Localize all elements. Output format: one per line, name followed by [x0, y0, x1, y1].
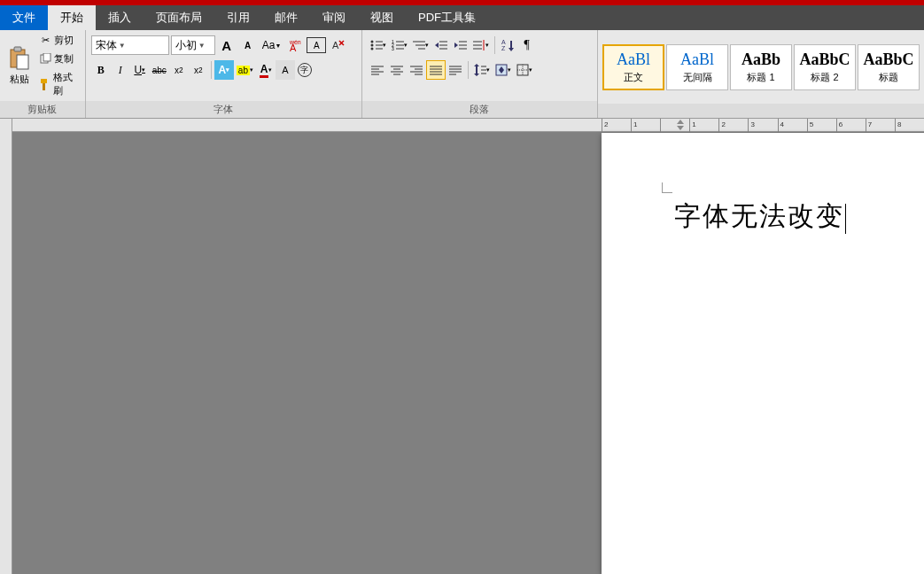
text-effects-button[interactable]: A▾ [214, 60, 234, 80]
sort-button[interactable]: AZ [498, 35, 517, 55]
line-spacing-button[interactable]: ▾ [471, 60, 493, 80]
ruler-tick: 6 [836, 119, 866, 132]
font-color-button[interactable]: A▾ [256, 60, 276, 80]
distribute-button[interactable] [446, 60, 465, 80]
page[interactable]: 字体无法改变 [602, 133, 924, 574]
shrink-font-button[interactable]: A [238, 35, 258, 55]
bold-button[interactable]: B [91, 60, 111, 80]
font-name-value: 宋体 [96, 38, 117, 53]
workspace: 2112345678 字体无法改变 [0, 119, 924, 574]
decrease-indent-button[interactable] [431, 35, 451, 55]
format-painter-button[interactable]: 格式刷 [37, 70, 80, 98]
multilevel-list-button[interactable]: ▾ [410, 35, 431, 55]
group-styles: AaBl正文AaBl无间隔AaBb标题 1AaBbC标题 2AaBbC标题 [598, 30, 924, 118]
enclose-label: 字 [298, 63, 312, 77]
tab-file[interactable]: 文件 [0, 5, 48, 30]
bullets-button[interactable]: ▾ [368, 35, 389, 55]
increase-indent-button[interactable] [451, 35, 470, 55]
style-标题1[interactable]: AaBb标题 1 [730, 44, 792, 90]
align-right-button[interactable] [407, 60, 426, 80]
phonetic-guide-button[interactable]: wénA [285, 35, 305, 55]
separator [211, 61, 212, 79]
tab-layout[interactable]: 页面布局 [144, 5, 214, 30]
italic-button[interactable]: I [111, 60, 130, 80]
style-标题2[interactable]: AaBbC标题 2 [794, 44, 856, 90]
indent-marker[interactable] [677, 119, 684, 131]
document-text[interactable]: 字体无法改变 [674, 198, 846, 235]
paste-button[interactable]: 粘贴 [4, 44, 35, 88]
tab-view[interactable]: 视图 [358, 5, 406, 30]
strikethrough-button[interactable]: abc [150, 60, 169, 80]
svg-point-10 [370, 41, 373, 43]
underline-button[interactable]: U▾ [130, 60, 150, 80]
svg-marker-25 [435, 43, 439, 48]
asian-layout-button[interactable]: ▾ [470, 35, 492, 55]
group-clipboard: 粘贴 ✂ 剪切 复制 格式刷 [0, 30, 86, 118]
text-effect-label: A [219, 64, 227, 76]
ruler-tick: 4 [778, 119, 807, 132]
font-name-dropdown[interactable]: 宋体▼ [91, 35, 169, 55]
change-case-button[interactable]: Aa▼ [260, 35, 284, 55]
enclose-char-button[interactable]: 字 [295, 60, 314, 80]
svg-rect-6 [43, 83, 45, 90]
style-preview: AaBl [680, 50, 714, 69]
svg-marker-60 [474, 64, 479, 76]
document-canvas[interactable]: 2112345678 字体无法改变 [12, 119, 924, 574]
tab-home[interactable]: 开始 [48, 5, 96, 30]
ruler-tick: 1 [631, 119, 660, 132]
style-label: 正文 [624, 71, 643, 84]
subscript-button[interactable]: x2 [169, 60, 189, 80]
ruler-tick: 5 [807, 119, 836, 132]
ruler-tick: 8 [895, 119, 924, 132]
svg-marker-29 [454, 43, 458, 48]
font-size-value: 小初 [175, 38, 197, 53]
ruler-tick: 7 [866, 119, 895, 132]
paste-label: 粘贴 [10, 73, 29, 86]
svg-rect-1 [14, 47, 21, 51]
separator [494, 36, 495, 54]
cut-button[interactable]: ✂ 剪切 [37, 33, 75, 48]
svg-rect-4 [43, 53, 50, 61]
style-标题[interactable]: AaBbC标题 [858, 44, 920, 90]
ruler-tick [660, 119, 689, 132]
clear-formatting-button[interactable]: A [328, 35, 347, 55]
char-border-button[interactable]: A [307, 37, 326, 53]
borders-button[interactable]: ▾ [514, 60, 535, 80]
shading-button[interactable]: ▾ [493, 60, 514, 80]
justify-button[interactable] [426, 60, 446, 80]
numbering-button[interactable]: 123▾ [389, 35, 410, 55]
group-paragraph-label: 段落 [362, 101, 597, 118]
font-size-dropdown[interactable]: 小初▼ [171, 35, 215, 55]
align-left-button[interactable] [368, 60, 387, 80]
brush-icon [39, 78, 50, 90]
horizontal-ruler[interactable]: 2112345678 [12, 119, 924, 132]
tab-references[interactable]: 引用 [214, 5, 262, 30]
text-content: 字体无法改变 [674, 201, 844, 230]
tab-review[interactable]: 审阅 [310, 5, 358, 30]
underline-label: U [134, 64, 142, 76]
superscript-button[interactable]: x2 [189, 60, 208, 80]
tab-mail[interactable]: 邮件 [262, 5, 310, 30]
highlight-button[interactable]: ab▾ [234, 60, 256, 80]
group-font: 宋体▼ 小初▼ A A Aa▼ wénA A A B I U▾ [86, 30, 362, 118]
align-center-button[interactable] [387, 60, 407, 80]
highlight-label: ab [237, 66, 250, 75]
change-case-label: Aa [262, 39, 276, 51]
style-label: 标题 2 [811, 71, 838, 84]
chevron-down-icon: ▼ [119, 42, 126, 50]
style-正文[interactable]: AaBl正文 [602, 44, 664, 90]
style-无间隔[interactable]: AaBl无间隔 [666, 44, 728, 90]
show-marks-button[interactable]: ¶ [517, 35, 537, 55]
paste-icon [7, 46, 32, 71]
tab-insert[interactable]: 插入 [96, 5, 144, 30]
tab-pdf-tools[interactable]: PDF工具集 [406, 5, 488, 30]
vertical-ruler[interactable] [0, 119, 12, 574]
grow-font-button[interactable]: A [217, 35, 237, 55]
menu-bar: 文件 开始 插入 页面布局 引用 邮件 审阅 视图 PDF工具集 [0, 5, 924, 30]
char-shading-button[interactable]: A [276, 60, 295, 80]
font-color-label: A [260, 63, 269, 78]
ruler-tick: 2 [718, 119, 748, 132]
style-preview: AaBb [742, 50, 780, 69]
copy-button[interactable]: 复制 [37, 51, 75, 66]
style-label: 无间隔 [683, 71, 712, 84]
